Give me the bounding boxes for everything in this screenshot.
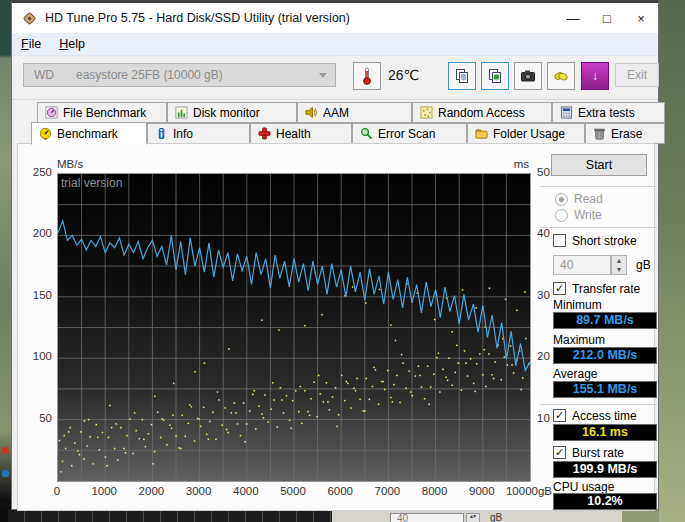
read-radio[interactable] [555, 193, 568, 206]
download-arrow-icon: ↓ [592, 69, 598, 83]
donate-button[interactable] [547, 62, 575, 90]
health-cross-icon [258, 127, 271, 140]
tab-info[interactable]: Info [147, 123, 250, 144]
chevron-down-icon [319, 73, 327, 78]
maximize-button[interactable]: □ [590, 3, 624, 33]
tab-label: Disk monitor [193, 106, 260, 120]
tab-label: Benchmark [57, 127, 118, 141]
tab-label: Erase [611, 127, 642, 141]
tab-aam[interactable]: AAM [297, 102, 412, 123]
tab-label: Extra tests [578, 106, 635, 120]
chart-canvas [58, 174, 530, 481]
toolbar: WD easystore 25FB (10000 gB) 26℃ [12, 56, 658, 100]
tab-health[interactable]: Health [250, 123, 352, 144]
minimize-button[interactable]: — [556, 3, 590, 33]
cpu-usage-label: CPU usage [553, 480, 614, 494]
burst-rate-label: Burst rate [572, 446, 624, 460]
tab-random-access[interactable]: Random Access [412, 102, 552, 123]
tab-label: Health [276, 127, 311, 141]
folder-icon [475, 127, 488, 140]
copy-icon [454, 68, 470, 84]
update-button[interactable]: ↓ [581, 62, 609, 90]
background-spinner-value: 40 [390, 513, 464, 522]
copy-text-button[interactable] [448, 62, 476, 90]
cpu-usage-value: 10.2% [553, 493, 657, 510]
tab-label: AAM [323, 106, 349, 120]
magnifier-icon [360, 127, 373, 140]
thermometer-icon [360, 66, 374, 86]
app-logo-icon [22, 11, 37, 26]
write-radio[interactable] [555, 209, 568, 222]
maximum-label: Maximum [553, 333, 605, 347]
disk-monitor-icon [175, 106, 188, 119]
average-value: 155.1 MB/s [553, 381, 657, 398]
y-right-tick: 20 [537, 350, 561, 362]
y-right-tick: 50 [537, 166, 561, 178]
write-label: Write [574, 208, 602, 222]
close-button[interactable]: × [624, 3, 658, 33]
copy-image-button[interactable] [481, 62, 509, 90]
average-label: Average [553, 367, 597, 381]
desktop-fragment [2, 447, 9, 454]
menu-file[interactable]: File [12, 34, 50, 54]
speaker-icon [305, 106, 318, 119]
tab-label: File Benchmark [63, 106, 146, 120]
burst-rate-checkbox[interactable]: ✓ [553, 446, 566, 459]
temperature-button[interactable] [353, 62, 381, 90]
hdtune-window: HD Tune Pro 5.75 - Hard Disk/SSD Utility… [11, 0, 659, 510]
drive-select-dropdown[interactable]: WD easystore 25FB (10000 gB) [23, 63, 336, 87]
tab-extra-tests[interactable]: Extra tests [552, 102, 665, 123]
tab-label: Error Scan [378, 127, 435, 141]
benchmark-chart [57, 173, 531, 482]
stroke-unit-label: gB [636, 258, 651, 272]
random-access-icon [420, 106, 433, 119]
y-left-axis-unit: MB/s [57, 158, 83, 170]
y-left-tick: 100 [24, 350, 52, 362]
maximum-value: 212.0 MB/s [553, 347, 657, 364]
tab-benchmark[interactable]: Benchmark [31, 122, 147, 145]
y-right-tick: 40 [537, 227, 561, 239]
file-benchmark-icon [45, 106, 58, 119]
tab-label: Info [173, 127, 193, 141]
title-bar[interactable]: HD Tune Pro 5.75 - Hard Disk/SSD Utility… [12, 3, 658, 33]
tab-erase[interactable]: Erase [585, 123, 665, 144]
desktop-left-strip [0, 0, 11, 510]
minimum-value: 89.7 MB/s [553, 312, 657, 329]
menu-bar: File Help [12, 33, 658, 56]
y-right-axis-unit: ms [492, 158, 529, 170]
drive-name: easystore 25FB (10000 gB) [76, 68, 223, 82]
exit-button[interactable]: Exit [615, 63, 659, 87]
divider [540, 404, 657, 405]
y-right-tick: 30 [537, 289, 561, 301]
screenshot-button[interactable] [514, 62, 542, 90]
trash-icon [593, 127, 606, 140]
short-stroke-value-input[interactable]: 40 [553, 255, 611, 275]
tab-disk-monitor[interactable]: Disk monitor [167, 102, 297, 123]
tab-error-scan[interactable]: Error Scan [352, 123, 467, 144]
desktop-fragment [2, 470, 9, 477]
menu-help[interactable]: Help [50, 34, 94, 54]
tab-label: Folder Usage [493, 127, 565, 141]
drive-vendor: WD [34, 68, 54, 82]
background-spinner-arrows: ▴▾ [466, 513, 480, 522]
short-stroke-label: Short stroke [572, 234, 637, 248]
y-left-tick: 150 [24, 289, 52, 301]
hand-icon [553, 68, 569, 84]
temperature-value: 26℃ [388, 67, 419, 83]
window-title: HD Tune Pro 5.75 - Hard Disk/SSD Utility… [45, 11, 350, 25]
y-left-tick: 250 [24, 166, 52, 178]
x-tick: 10000gB [499, 485, 559, 497]
desktop-fragment [622, 510, 659, 522]
trial-watermark: trial version [61, 176, 122, 190]
tab-folder-usage[interactable]: Folder Usage [467, 123, 585, 144]
spinner-arrows[interactable]: ▲▼ [611, 255, 627, 275]
tab-file-benchmark[interactable]: File Benchmark [37, 102, 167, 123]
start-button[interactable]: Start [551, 154, 647, 176]
background-panel-fragment: 40 ▴▾ gB [332, 510, 622, 522]
desktop-right-strip [659, 0, 685, 522]
background-chart-grid-fragment [8, 510, 332, 522]
access-time-value: 16.1 ms [553, 424, 657, 441]
tab-label: Random Access [438, 106, 525, 120]
benchmark-gauge-icon [39, 127, 52, 140]
y-left-tick: 50 [24, 412, 52, 424]
